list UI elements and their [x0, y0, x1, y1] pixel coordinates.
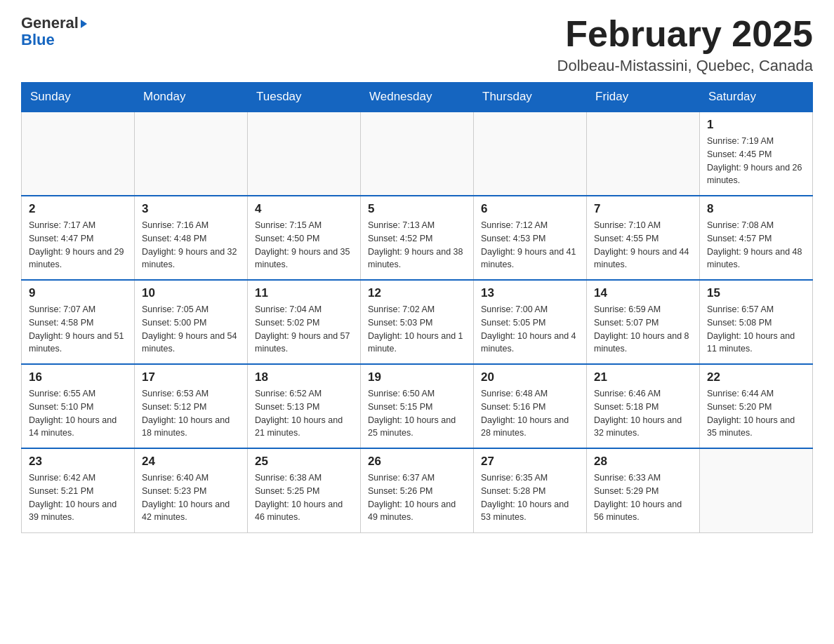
day-number: 11 [255, 286, 353, 300]
day-info: Sunrise: 6:59 AMSunset: 5:07 PMDaylight:… [594, 303, 692, 356]
day-info: Sunrise: 6:38 AMSunset: 5:25 PMDaylight:… [255, 471, 353, 524]
logo-general-text: General [21, 14, 87, 32]
day-info: Sunrise: 7:12 AMSunset: 4:53 PMDaylight:… [481, 219, 579, 271]
day-info: Sunrise: 7:04 AMSunset: 5:02 PMDaylight:… [255, 303, 353, 356]
calendar-cell: 10Sunrise: 7:05 AMSunset: 5:00 PMDayligh… [135, 280, 248, 364]
calendar-cell: 1Sunrise: 7:19 AMSunset: 4:45 PMDaylight… [700, 112, 813, 196]
calendar-table: SundayMondayTuesdayWednesdayThursdayFrid… [21, 82, 813, 533]
calendar-cell: 24Sunrise: 6:40 AMSunset: 5:23 PMDayligh… [135, 448, 248, 532]
day-number: 5 [368, 202, 466, 216]
day-info: Sunrise: 7:13 AMSunset: 4:52 PMDaylight:… [368, 219, 466, 271]
calendar-cell [700, 448, 813, 532]
day-info: Sunrise: 6:33 AMSunset: 5:29 PMDaylight:… [594, 471, 692, 524]
day-number: 16 [29, 370, 127, 384]
day-info: Sunrise: 6:42 AMSunset: 5:21 PMDaylight:… [29, 471, 127, 524]
day-number: 17 [142, 370, 240, 384]
calendar-cell: 12Sunrise: 7:02 AMSunset: 5:03 PMDayligh… [361, 280, 474, 364]
calendar-cell: 23Sunrise: 6:42 AMSunset: 5:21 PMDayligh… [22, 448, 135, 532]
day-number: 13 [481, 286, 579, 300]
day-number: 10 [142, 286, 240, 300]
calendar-cell: 4Sunrise: 7:15 AMSunset: 4:50 PMDaylight… [248, 196, 361, 280]
day-info: Sunrise: 6:52 AMSunset: 5:13 PMDaylight:… [255, 387, 353, 440]
calendar-cell: 15Sunrise: 6:57 AMSunset: 5:08 PMDayligh… [700, 280, 813, 364]
day-number: 15 [707, 286, 805, 300]
month-title: February 2025 [557, 14, 813, 54]
page-header: General Blue February 2025 Dolbeau-Mista… [21, 14, 813, 75]
day-number: 8 [707, 202, 805, 216]
day-number: 28 [594, 455, 692, 469]
day-info: Sunrise: 6:35 AMSunset: 5:28 PMDaylight:… [481, 471, 579, 524]
day-info: Sunrise: 7:08 AMSunset: 4:57 PMDaylight:… [707, 219, 805, 271]
week-row-3: 9Sunrise: 7:07 AMSunset: 4:58 PMDaylight… [22, 280, 813, 364]
calendar-cell: 27Sunrise: 6:35 AMSunset: 5:28 PMDayligh… [474, 448, 587, 532]
day-number: 6 [481, 202, 579, 216]
col-header-sunday: Sunday [22, 83, 135, 112]
col-header-thursday: Thursday [474, 83, 587, 112]
calendar-cell: 26Sunrise: 6:37 AMSunset: 5:26 PMDayligh… [361, 448, 474, 532]
calendar-cell: 5Sunrise: 7:13 AMSunset: 4:52 PMDaylight… [361, 196, 474, 280]
calendar-cell [474, 112, 587, 196]
location-label: Dolbeau-Mistassini, Quebec, Canada [557, 57, 813, 75]
calendar-cell: 6Sunrise: 7:12 AMSunset: 4:53 PMDaylight… [474, 196, 587, 280]
day-info: Sunrise: 6:48 AMSunset: 5:16 PMDaylight:… [481, 387, 579, 440]
calendar-header-row: SundayMondayTuesdayWednesdayThursdayFrid… [22, 83, 813, 112]
day-info: Sunrise: 7:02 AMSunset: 5:03 PMDaylight:… [368, 303, 466, 356]
day-number: 12 [368, 286, 466, 300]
day-info: Sunrise: 7:07 AMSunset: 4:58 PMDaylight:… [29, 303, 127, 356]
day-info: Sunrise: 6:44 AMSunset: 5:20 PMDaylight:… [707, 387, 805, 440]
calendar-cell: 3Sunrise: 7:16 AMSunset: 4:48 PMDaylight… [135, 196, 248, 280]
day-number: 25 [255, 455, 353, 469]
day-number: 14 [594, 286, 692, 300]
calendar-cell: 17Sunrise: 6:53 AMSunset: 5:12 PMDayligh… [135, 364, 248, 448]
day-number: 19 [368, 370, 466, 384]
day-info: Sunrise: 7:19 AMSunset: 4:45 PMDaylight:… [707, 135, 805, 187]
calendar-cell: 19Sunrise: 6:50 AMSunset: 5:15 PMDayligh… [361, 364, 474, 448]
calendar-cell [587, 112, 700, 196]
day-number: 20 [481, 370, 579, 384]
calendar-cell: 20Sunrise: 6:48 AMSunset: 5:16 PMDayligh… [474, 364, 587, 448]
week-row-1: 1Sunrise: 7:19 AMSunset: 4:45 PMDaylight… [22, 112, 813, 196]
day-number: 3 [142, 202, 240, 216]
col-header-tuesday: Tuesday [248, 83, 361, 112]
day-number: 4 [255, 202, 353, 216]
calendar-cell: 7Sunrise: 7:10 AMSunset: 4:55 PMDaylight… [587, 196, 700, 280]
day-info: Sunrise: 6:40 AMSunset: 5:23 PMDaylight:… [142, 471, 240, 524]
calendar-cell: 18Sunrise: 6:52 AMSunset: 5:13 PMDayligh… [248, 364, 361, 448]
day-number: 26 [368, 455, 466, 469]
col-header-saturday: Saturday [700, 83, 813, 112]
calendar-cell: 14Sunrise: 6:59 AMSunset: 5:07 PMDayligh… [587, 280, 700, 364]
calendar-cell [361, 112, 474, 196]
day-info: Sunrise: 6:37 AMSunset: 5:26 PMDaylight:… [368, 471, 466, 524]
day-number: 9 [29, 286, 127, 300]
calendar-cell [135, 112, 248, 196]
calendar-cell [248, 112, 361, 196]
calendar-cell: 21Sunrise: 6:46 AMSunset: 5:18 PMDayligh… [587, 364, 700, 448]
col-header-monday: Monday [135, 83, 248, 112]
calendar-cell: 9Sunrise: 7:07 AMSunset: 4:58 PMDaylight… [22, 280, 135, 364]
week-row-4: 16Sunrise: 6:55 AMSunset: 5:10 PMDayligh… [22, 364, 813, 448]
day-info: Sunrise: 7:05 AMSunset: 5:00 PMDaylight:… [142, 303, 240, 356]
calendar-cell [22, 112, 135, 196]
calendar-cell: 22Sunrise: 6:44 AMSunset: 5:20 PMDayligh… [700, 364, 813, 448]
week-row-5: 23Sunrise: 6:42 AMSunset: 5:21 PMDayligh… [22, 448, 813, 532]
day-number: 23 [29, 455, 127, 469]
day-number: 22 [707, 370, 805, 384]
logo-arrow-icon [81, 20, 87, 28]
day-info: Sunrise: 7:10 AMSunset: 4:55 PMDaylight:… [594, 219, 692, 271]
day-number: 21 [594, 370, 692, 384]
day-info: Sunrise: 6:53 AMSunset: 5:12 PMDaylight:… [142, 387, 240, 440]
day-number: 27 [481, 455, 579, 469]
title-area: February 2025 Dolbeau-Mistassini, Quebec… [557, 14, 813, 75]
day-number: 1 [707, 118, 805, 132]
logo: General Blue [21, 14, 87, 49]
calendar-cell: 13Sunrise: 7:00 AMSunset: 5:05 PMDayligh… [474, 280, 587, 364]
day-info: Sunrise: 6:46 AMSunset: 5:18 PMDaylight:… [594, 387, 692, 440]
day-number: 18 [255, 370, 353, 384]
day-info: Sunrise: 7:16 AMSunset: 4:48 PMDaylight:… [142, 219, 240, 271]
col-header-wednesday: Wednesday [361, 83, 474, 112]
logo-blue-text: Blue [21, 31, 55, 49]
day-number: 24 [142, 455, 240, 469]
col-header-friday: Friday [587, 83, 700, 112]
calendar-cell: 11Sunrise: 7:04 AMSunset: 5:02 PMDayligh… [248, 280, 361, 364]
day-info: Sunrise: 7:15 AMSunset: 4:50 PMDaylight:… [255, 219, 353, 271]
